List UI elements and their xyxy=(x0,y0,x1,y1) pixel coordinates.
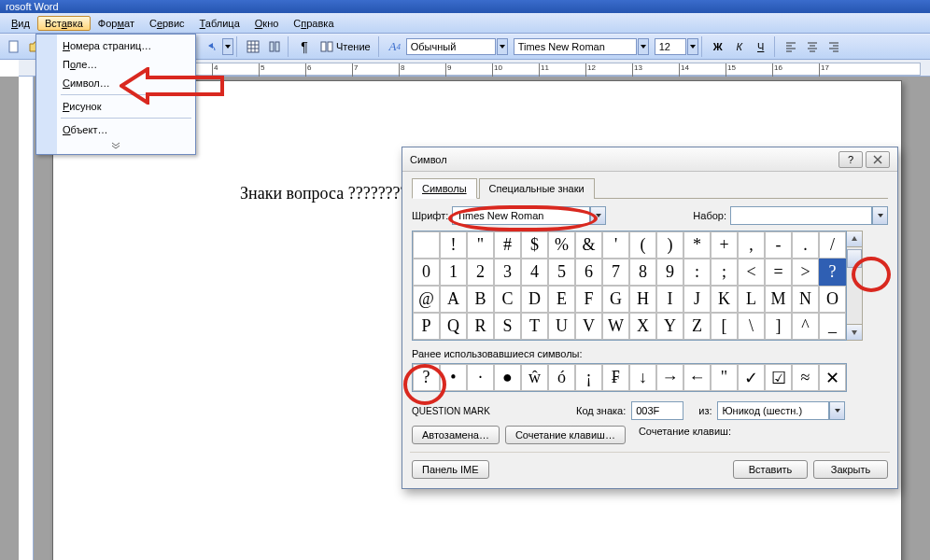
symbol-cell[interactable]: Z xyxy=(683,313,711,340)
size-combo[interactable]: 12 xyxy=(655,38,686,55)
font-select-arrow[interactable] xyxy=(590,206,606,225)
symbol-cell[interactable]: 7 xyxy=(602,259,629,286)
menubar-item-вставка[interactable]: Вставка xyxy=(37,16,91,31)
symbol-cell[interactable]: 0 xyxy=(413,259,440,286)
symbol-cell[interactable]: P xyxy=(413,313,440,340)
columns-icon[interactable] xyxy=(264,36,285,57)
symbol-cell[interactable]: : xyxy=(683,259,711,286)
undo-dropdown[interactable] xyxy=(222,38,233,55)
symbol-cell[interactable]: 1 xyxy=(440,259,467,286)
scroll-up-icon[interactable] xyxy=(847,231,862,247)
font-combo[interactable]: Times New Roman xyxy=(514,38,637,55)
symbol-cell[interactable]: 4 xyxy=(521,259,548,286)
symbol-cell[interactable]: 8 xyxy=(629,259,656,286)
style-aa-icon[interactable]: A4 xyxy=(385,36,405,57)
recent-symbol-cell[interactable]: ☑ xyxy=(765,364,792,391)
symbol-cell[interactable]: H xyxy=(629,286,656,313)
symbol-cell[interactable]: N xyxy=(792,286,819,313)
insert-button[interactable]: Вставить xyxy=(733,460,808,479)
menubar-item-справка[interactable]: Справка xyxy=(286,16,341,31)
symbol-cell[interactable]: ^ xyxy=(792,313,819,340)
symbol-cell[interactable]: * xyxy=(683,231,711,259)
recent-symbol-cell[interactable]: • xyxy=(440,364,467,391)
table-icon[interactable] xyxy=(243,36,263,57)
symbol-cell[interactable]: D xyxy=(521,286,548,313)
recent-symbol-cell[interactable]: ŵ xyxy=(521,364,548,391)
symbol-cell[interactable]: + xyxy=(711,231,738,259)
symbol-cell[interactable]: 9 xyxy=(656,259,683,286)
italic-button[interactable]: К xyxy=(729,36,750,57)
symbol-cell[interactable]: $ xyxy=(521,231,548,259)
dropdown-item-2[interactable]: Символ… xyxy=(36,74,195,92)
symbol-cell[interactable]: @ xyxy=(413,286,440,313)
recent-symbol-cell[interactable]: · xyxy=(467,364,494,391)
symbol-cell[interactable]: ) xyxy=(656,231,683,259)
symbol-cell[interactable]: 5 xyxy=(548,259,575,286)
symbol-cell[interactable]: , xyxy=(738,231,765,259)
dialog-close-button[interactable] xyxy=(866,151,890,168)
symbol-cell[interactable]: # xyxy=(494,231,521,259)
symbol-cell[interactable]: A xyxy=(440,286,467,313)
symbol-cell[interactable]: 6 xyxy=(575,259,602,286)
recent-symbol-cell[interactable]: ● xyxy=(494,364,521,391)
recent-symbol-cell[interactable]: ? xyxy=(413,364,440,391)
symbol-cell[interactable]: _ xyxy=(819,313,846,340)
recent-symbol-cell[interactable]: " xyxy=(711,364,738,391)
tab-special[interactable]: Специальные знаки xyxy=(479,178,595,199)
symbol-cell[interactable]: 2 xyxy=(467,259,494,286)
recent-symbol-cell[interactable]: ✓ xyxy=(738,364,765,391)
symbol-cell[interactable]: Q xyxy=(440,313,467,340)
symbol-cell[interactable]: / xyxy=(819,231,846,259)
symbol-scrollbar[interactable] xyxy=(847,231,863,341)
underline-button[interactable]: Ч xyxy=(751,36,771,57)
symbol-cell[interactable]: ; xyxy=(711,259,738,286)
symbol-cell[interactable]: \ xyxy=(738,313,765,340)
symbol-cell[interactable]: ] xyxy=(765,313,792,340)
symbol-cell[interactable]: W xyxy=(602,313,629,340)
symbol-cell[interactable]: [ xyxy=(711,313,738,340)
symbol-cell[interactable]: & xyxy=(575,231,602,259)
recent-symbol-cell[interactable]: ₣ xyxy=(602,364,629,391)
autocorrect-button[interactable]: Автозамена… xyxy=(412,426,500,444)
menubar-item-сервис[interactable]: Сервис xyxy=(142,16,192,31)
symbol-cell[interactable]: T xyxy=(521,313,548,340)
menubar-item-таблица[interactable]: Таблица xyxy=(192,16,247,31)
symbol-cell[interactable]: B xyxy=(467,286,494,313)
symbol-cell[interactable]: Y xyxy=(656,313,683,340)
recent-symbol-cell[interactable]: ✕ xyxy=(819,364,846,391)
document-text[interactable]: Знаки вопроса ???????? xyxy=(240,184,408,203)
menubar-item-вид[interactable]: Вид xyxy=(4,16,37,31)
symbol-cell[interactable]: I xyxy=(656,286,683,313)
symbol-cell[interactable]: E xyxy=(548,286,575,313)
symbol-cell[interactable] xyxy=(413,231,440,259)
symbol-cell[interactable]: G xyxy=(602,286,629,313)
recent-symbol-cell[interactable]: ¡ xyxy=(575,364,602,391)
scroll-thumb[interactable] xyxy=(847,249,862,268)
recent-symbol-cell[interactable]: ← xyxy=(683,364,711,391)
symbol-cell[interactable]: L xyxy=(738,286,765,313)
reading-layout-button[interactable]: Чтение xyxy=(316,36,375,57)
symbol-cell[interactable]: ? xyxy=(819,259,846,286)
symbol-cell[interactable]: > xyxy=(792,259,819,286)
symbol-cell[interactable]: " xyxy=(467,231,494,259)
code-input[interactable]: 003F xyxy=(631,401,683,420)
size-combo-arrow[interactable] xyxy=(687,38,698,55)
close-button[interactable]: Закрыть xyxy=(813,460,888,479)
font-combo-arrow[interactable] xyxy=(638,38,649,55)
ime-panel-button[interactable]: Панель IME xyxy=(412,460,489,479)
dialog-help-button[interactable]: ? xyxy=(838,151,863,168)
tab-symbols[interactable]: Символы xyxy=(412,178,477,199)
from-select[interactable]: Юникод (шестн.) xyxy=(717,401,829,420)
dropdown-item-1[interactable]: Поле… xyxy=(36,55,195,74)
dropdown-expand-icon[interactable] xyxy=(36,139,195,152)
align-right-icon[interactable] xyxy=(824,36,844,57)
symbol-cell[interactable]: V xyxy=(575,313,602,340)
undo-icon[interactable] xyxy=(201,36,221,57)
symbol-cell[interactable]: K xyxy=(711,286,738,313)
recent-symbol-cell[interactable]: → xyxy=(656,364,683,391)
menubar-item-окно[interactable]: Окно xyxy=(247,16,287,31)
dialog-titlebar[interactable]: Символ ? xyxy=(402,147,897,172)
recent-symbol-cell[interactable]: ↓ xyxy=(629,364,656,391)
new-doc-icon[interactable] xyxy=(4,36,24,57)
set-select-arrow[interactable] xyxy=(872,206,888,225)
